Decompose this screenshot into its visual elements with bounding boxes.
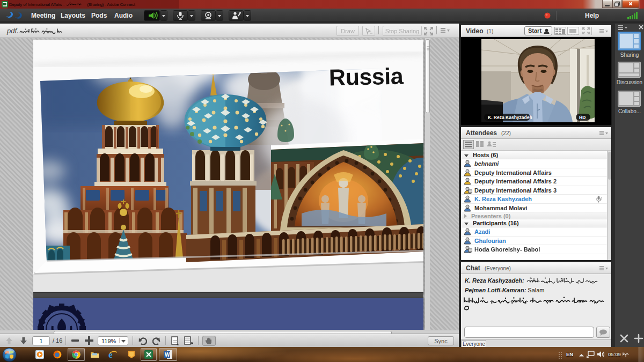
svg-text:K. Reza Kashyzadeh: K. Reza Kashyzadeh <box>488 115 532 120</box>
svg-text:W: W <box>165 352 170 358</box>
svg-text:e: e <box>108 350 113 359</box>
svg-text:Russia: Russia <box>328 63 404 90</box>
svg-text:HD: HD <box>579 115 586 120</box>
